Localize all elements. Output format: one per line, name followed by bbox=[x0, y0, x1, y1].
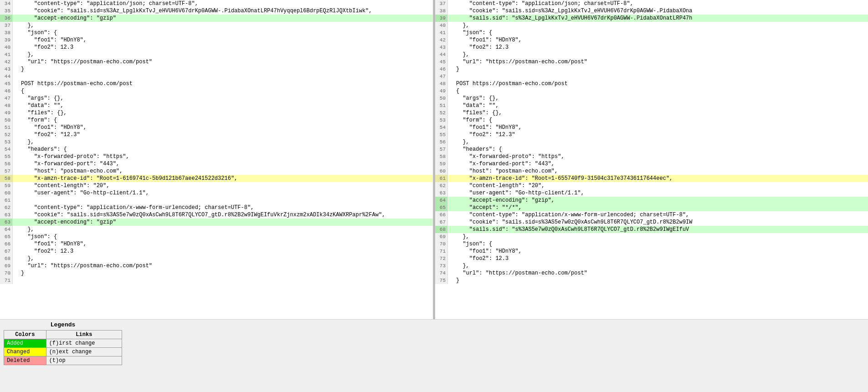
table-row: 50 "form": { bbox=[0, 117, 433, 124]
line-number: 38 bbox=[0, 29, 13, 36]
line-content: "url": "https://postman-echo.com/post" bbox=[19, 262, 433, 270]
table-row: 43} bbox=[0, 66, 433, 73]
line-number: 56 bbox=[435, 138, 448, 146]
legend-next-change-link[interactable]: (n)ext change bbox=[46, 348, 122, 356]
line-content: POST https://postman-echo.com/post bbox=[454, 80, 868, 87]
line-marker bbox=[13, 36, 19, 44]
line-content: "foo1": "HDnY8", bbox=[454, 124, 868, 131]
table-row: 65 "json": { bbox=[0, 233, 433, 240]
line-marker bbox=[448, 160, 454, 168]
right-diff-pane[interactable]: 37 "content-type": "application/json; ch… bbox=[435, 0, 868, 319]
line-marker bbox=[448, 22, 454, 29]
line-number: 48 bbox=[0, 102, 13, 109]
line-marker bbox=[13, 7, 19, 15]
legend-top-link[interactable]: (t)op bbox=[46, 356, 122, 365]
table-row: 67 "foo2": 12.3 bbox=[0, 248, 433, 255]
line-marker bbox=[13, 226, 19, 233]
table-row: 70 "json": { bbox=[435, 240, 868, 248]
line-marker bbox=[13, 0, 19, 7]
table-row: 62 "content-length": "20", bbox=[435, 182, 868, 189]
line-marker bbox=[448, 226, 454, 233]
table-row: 37 "content-type": "application/json; ch… bbox=[435, 0, 868, 7]
table-row: 60 "host": "postman-echo.com", bbox=[435, 168, 868, 175]
line-number: 56 bbox=[0, 160, 13, 168]
table-row: 48POST https://postman-echo.com/post bbox=[435, 80, 868, 87]
legend-first-change-link[interactable]: (f)irst change bbox=[46, 339, 122, 348]
line-marker bbox=[448, 153, 454, 160]
table-row: 51 "foo1": "HDnY8", bbox=[0, 124, 433, 131]
line-content bbox=[19, 197, 433, 204]
line-number: 41 bbox=[435, 29, 448, 36]
line-marker bbox=[13, 270, 19, 277]
legend-added-label: Added bbox=[4, 339, 46, 348]
line-number: 66 bbox=[435, 211, 448, 219]
line-marker bbox=[448, 29, 454, 36]
table-row: 72 "foo2": 12.3 bbox=[435, 255, 868, 262]
line-marker bbox=[448, 44, 454, 51]
table-row: 49 "files": {}, bbox=[0, 109, 433, 117]
line-number: 35 bbox=[0, 7, 13, 15]
table-row: 38 "cookie": "sails.sid=s%3Az_LpglkKxTvJ… bbox=[435, 7, 868, 15]
line-marker bbox=[13, 58, 19, 66]
line-number: 75 bbox=[435, 277, 448, 284]
line-marker bbox=[448, 240, 454, 248]
table-row: 54 "headers": { bbox=[0, 146, 433, 153]
table-row: 44 bbox=[0, 73, 433, 80]
line-marker bbox=[448, 87, 454, 95]
line-marker bbox=[13, 15, 19, 22]
table-row: 67 "cookie": "sails.sid=s%3AS5e7w0zQ0xAs… bbox=[435, 219, 868, 226]
table-row: 68 "sails.sid": "s%3AS5e7w0zQ0xAsCwh9L8T… bbox=[435, 226, 868, 233]
line-marker bbox=[13, 219, 19, 226]
table-row: 62 "content-type": "application/x-www-fo… bbox=[0, 204, 433, 211]
line-marker bbox=[448, 66, 454, 73]
line-content: } bbox=[19, 270, 433, 277]
line-marker bbox=[448, 95, 454, 102]
line-marker bbox=[13, 277, 19, 284]
line-marker bbox=[448, 124, 454, 131]
line-content: "url": "https://postman-echo.com/post" bbox=[454, 58, 868, 66]
line-content: "accept-encoding": "gzip" bbox=[19, 15, 433, 22]
line-number: 43 bbox=[0, 66, 13, 73]
table-row: 42 "url": "https://postman-echo.com/post… bbox=[0, 58, 433, 66]
left-diff-pane[interactable]: 34 "content-type": "application/json; ch… bbox=[0, 0, 433, 319]
line-marker bbox=[448, 7, 454, 15]
line-number: 37 bbox=[0, 22, 13, 29]
table-row: 46} bbox=[435, 66, 868, 73]
line-number: 67 bbox=[435, 219, 448, 226]
line-number: 58 bbox=[435, 153, 448, 160]
table-row: 46{ bbox=[0, 87, 433, 95]
table-row: 63 "user-agent": "Go-http-client/1.1", bbox=[435, 189, 868, 197]
table-row: 61 bbox=[0, 197, 433, 204]
line-number: 45 bbox=[0, 80, 13, 87]
line-marker bbox=[448, 270, 454, 277]
table-row: 71 "foo1": "HDnY8", bbox=[435, 248, 868, 255]
line-number: 63 bbox=[435, 189, 448, 197]
line-number: 42 bbox=[435, 36, 448, 44]
line-marker bbox=[448, 131, 454, 138]
line-number: 50 bbox=[0, 117, 13, 124]
line-marker bbox=[448, 58, 454, 66]
table-row: 66 "content-type": "application/x-www-fo… bbox=[435, 211, 868, 219]
line-content: }, bbox=[454, 233, 868, 240]
line-number: 61 bbox=[0, 197, 13, 204]
table-row: 59 "x-forwarded-port": "443", bbox=[435, 160, 868, 168]
line-marker bbox=[448, 182, 454, 189]
line-content: }, bbox=[19, 22, 433, 29]
line-content: "x-amzn-trace-id": "Root=1-655740f9-3150… bbox=[454, 175, 868, 182]
line-marker bbox=[448, 197, 454, 204]
line-content: "headers": { bbox=[19, 146, 433, 153]
line-marker bbox=[448, 262, 454, 270]
table-row: 44 }, bbox=[435, 51, 868, 58]
main-container: 34 "content-type": "application/json; ch… bbox=[0, 0, 868, 392]
table-row: 50 "args": {}, bbox=[435, 95, 868, 102]
line-marker bbox=[448, 248, 454, 255]
table-row: 56 "x-forwarded-port": "443", bbox=[0, 160, 433, 168]
line-content: }, bbox=[19, 51, 433, 58]
line-content: POST https://postman-echo.com/post bbox=[19, 80, 433, 87]
table-row: 40 }, bbox=[435, 22, 868, 29]
legend-changed-row: Changed (n)ext change bbox=[4, 348, 122, 356]
table-row: 55 "foo2": "12.3" bbox=[435, 131, 868, 138]
line-marker bbox=[13, 175, 19, 182]
table-row: 52 "files": {}, bbox=[435, 109, 868, 117]
line-number: 70 bbox=[0, 270, 13, 277]
